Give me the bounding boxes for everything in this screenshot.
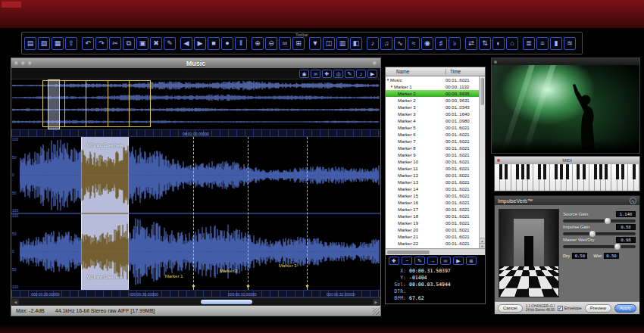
zoom-tool-icon[interactable]: ◎ — [333, 70, 343, 78]
music-titlebar[interactable]: Music — [11, 58, 380, 68]
scroll-down-icon[interactable]: ▼ — [480, 243, 485, 248]
save-icon[interactable]: ▦ — [52, 37, 64, 50]
piano-black-key[interactable] — [516, 164, 519, 179]
piano-black-key[interactable] — [616, 164, 619, 179]
slider-thumb[interactable] — [605, 218, 611, 224]
slider-thumb[interactable] — [589, 231, 596, 237]
preview-button[interactable]: Preview — [585, 304, 611, 313]
piano-black-key[interactable] — [521, 164, 524, 179]
mixer-icon[interactable]: ≡ — [536, 37, 549, 50]
piano-black-key[interactable] — [543, 164, 546, 179]
waveform-editor[interactable]: 1005005010010050050100 VO Intro Goes her… — [11, 137, 380, 290]
list-item[interactable]: Marker 200:00..9631 — [386, 97, 479, 104]
sort-icon[interactable]: ⇅ — [479, 37, 491, 50]
marker-settings-icon[interactable]: ≣ — [466, 257, 477, 265]
flat-icon[interactable]: ♭ — [449, 37, 461, 50]
piano-black-key[interactable] — [538, 164, 541, 179]
list-item[interactable]: ▼Music00:01..6021 — [386, 76, 479, 83]
note-icon[interactable]: ♪ — [367, 37, 379, 50]
list-item[interactable]: Marker 800:01..6021 — [386, 145, 479, 151]
cut-icon[interactable]: ✂ — [109, 37, 121, 50]
new-document-icon[interactable]: ▤ — [24, 37, 36, 50]
slider[interactable] — [563, 245, 636, 248]
overview-ruler[interactable]: 08:01.00.00000 — [11, 129, 380, 137]
swap-icon[interactable]: ⇄ — [465, 37, 477, 50]
list-item[interactable]: Marker 500:01..6021 — [386, 124, 479, 131]
list-item[interactable]: Marker 1200:01..6021 — [386, 172, 479, 179]
column-header-name[interactable]: Name — [386, 69, 445, 74]
timeline-ruler[interactable]: 000:00.29.00000000:00.30.00000000:00.31.… — [11, 290, 380, 297]
list-item[interactable]: Marker 1800:01..6021 — [386, 213, 479, 219]
record-icon[interactable]: ● — [221, 37, 233, 50]
rewind-icon[interactable]: ◀ — [180, 37, 192, 50]
midi-keyboard[interactable] — [495, 164, 639, 191]
slider-thumb[interactable] — [614, 244, 621, 250]
piano-black-key[interactable] — [583, 164, 586, 179]
markers-list[interactable]: ▼Music00:01..6021▼Marker 100:00..1132Mar… — [386, 76, 485, 248]
remove-marker-icon[interactable]: − — [402, 257, 412, 265]
list-item[interactable]: Marker 1400:01..6021 — [386, 185, 479, 192]
home-icon[interactable]: ⌂ — [506, 37, 518, 50]
goto-marker-icon[interactable]: → — [427, 257, 438, 265]
add-marker-icon[interactable]: ✚ — [389, 257, 399, 265]
import-icon[interactable]: ⇧ — [65, 37, 77, 50]
select-all-icon[interactable]: ⊞ — [292, 37, 305, 50]
close-icon[interactable] — [14, 61, 19, 66]
envelope-checkbox[interactable]: ✓ Envelope — [558, 306, 582, 311]
open-icon[interactable]: ▧ — [38, 37, 50, 50]
slider-value[interactable]: 1.148 — [616, 211, 636, 217]
analyze-icon[interactable]: ≋ — [564, 37, 576, 50]
hand-tool-icon[interactable]: ✚ — [322, 70, 332, 78]
horizontal-scrollbar[interactable]: ◀ ▶ — [11, 297, 380, 306]
list-item[interactable]: Marker 2200:01..6021 — [386, 240, 479, 247]
piano-black-key[interactable] — [499, 164, 502, 179]
mini-value[interactable]: 0.50 — [572, 253, 587, 259]
paste-icon[interactable]: ▣ — [136, 37, 148, 50]
mic-icon[interactable]: ◉ — [421, 37, 433, 50]
piano-black-key[interactable] — [594, 164, 597, 179]
list-item[interactable]: Marker 700:01..6021 — [386, 138, 479, 145]
vertical-scrollbar[interactable]: ▲ ▼ — [479, 76, 485, 248]
piano-black-key[interactable] — [605, 164, 608, 179]
loop-icon[interactable]: ∞ — [279, 37, 291, 50]
scroll-up-icon[interactable]: ▲ — [480, 238, 485, 243]
copy-icon[interactable]: ⧉ — [123, 37, 135, 50]
split-icon[interactable]: ◧ — [350, 37, 362, 50]
audition-tool-icon[interactable]: ♪ — [356, 70, 366, 78]
delete-icon[interactable]: ✖ — [150, 37, 162, 50]
piano-black-key[interactable] — [555, 164, 558, 179]
eq-icon[interactable]: ≣ — [523, 37, 535, 50]
list-item[interactable]: Marker 1300:01..6021 — [386, 179, 479, 185]
markers-hscrollbar[interactable] — [386, 248, 485, 255]
scroll-left-icon[interactable]: ◀ — [12, 299, 19, 305]
scrollbar-thumb[interactable] — [201, 300, 252, 304]
piano-black-key[interactable] — [599, 164, 602, 179]
piano-black-key[interactable] — [566, 164, 569, 179]
vscrollbar-thumb[interactable] — [480, 78, 484, 105]
marker-icon[interactable]: ▼ — [309, 37, 321, 50]
cancel-button[interactable]: Cancel — [498, 304, 523, 313]
zoom-out-icon[interactable]: ⊖ — [265, 37, 277, 50]
toolbar-toggle-icon[interactable] — [373, 61, 377, 66]
waveform-overview[interactable] — [11, 79, 380, 129]
zoom-window-icon[interactable] — [28, 61, 33, 66]
loop-selection-icon[interactable]: ∞ — [440, 257, 451, 265]
minimize-icon[interactable] — [21, 61, 26, 66]
play-tool-icon[interactable]: ▶ — [367, 70, 377, 78]
list-item[interactable]: Marker 200:00..9935 — [386, 90, 479, 97]
undo-icon[interactable]: ↶ — [82, 37, 94, 50]
list-item[interactable]: Marker 300:01..0343 — [386, 104, 479, 110]
selection-region[interactable] — [81, 137, 129, 290]
pencil-icon[interactable]: ✎ — [164, 37, 176, 50]
list-item[interactable]: Marker 2100:01..6021 — [386, 233, 479, 240]
list-item[interactable]: Marker 900:01..6021 — [386, 151, 479, 158]
list-item[interactable]: Marker 1000:01..6021 — [386, 158, 479, 165]
pencil-tool-icon[interactable]: ✎ — [345, 70, 355, 78]
list-item[interactable]: Marker 1100:01..6021 — [386, 165, 479, 172]
list-item[interactable]: Marker 600:01..6021 — [386, 131, 479, 138]
slider[interactable] — [563, 232, 636, 235]
list-item[interactable]: Marker 1700:01..6021 — [386, 206, 479, 213]
scroll-right-icon[interactable]: ▶ — [373, 299, 380, 305]
spectrum-icon[interactable]: ≈ — [408, 37, 420, 50]
piano-black-key[interactable] — [621, 164, 624, 179]
